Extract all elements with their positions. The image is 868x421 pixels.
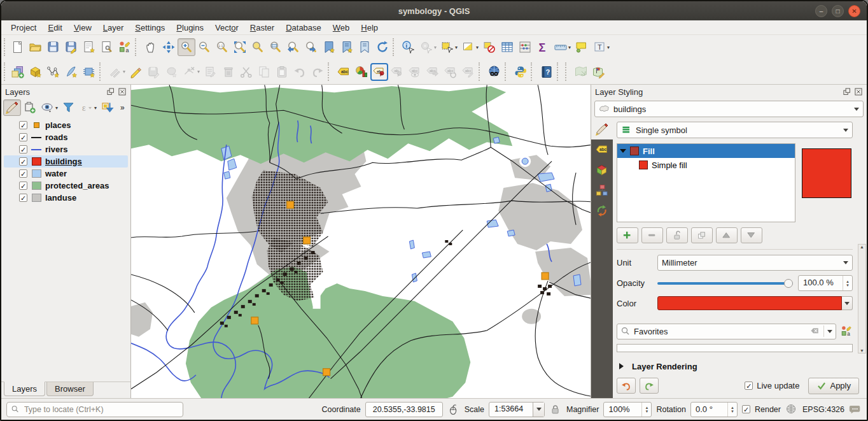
undo-button[interactable] <box>291 63 309 81</box>
extents-toggle-icon[interactable] <box>447 403 460 416</box>
duplicate-symbol-layer-button[interactable] <box>691 227 713 243</box>
dropdown-caret-icon[interactable]: ▾ <box>434 45 437 50</box>
style-manager-button[interactable]: a <box>840 325 853 338</box>
layer-item-protected_areas[interactable]: ✓protected_areas <box>4 180 128 192</box>
zoom-native-button[interactable]: 1:1 <box>213 38 231 56</box>
slider-handle[interactable] <box>784 279 793 288</box>
style-search-box[interactable]: Favorites <box>617 324 836 339</box>
styling-tab-history[interactable] <box>591 201 613 221</box>
color-swatch[interactable] <box>657 296 842 310</box>
show-hide-labels-button[interactable]: abc <box>406 63 424 81</box>
data-source-manager-button[interactable] <box>9 63 27 81</box>
maximize-button[interactable]: □ <box>832 5 844 17</box>
color-button[interactable] <box>657 296 853 310</box>
statistical-summary-button[interactable]: Σ <box>534 38 552 56</box>
dropdown-caret-icon[interactable]: ▾ <box>197 69 200 75</box>
rotate-label-button[interactable]: abc <box>442 63 459 81</box>
style-manager-button[interactable]: a <box>116 38 134 56</box>
measure-button[interactable]: ▾ <box>552 38 573 56</box>
menu-plugins[interactable]: Plugins <box>171 22 209 34</box>
layer-visibility-checkbox[interactable]: ✓ <box>19 157 27 166</box>
messages-icon[interactable] <box>849 403 862 416</box>
layer-rendering-section[interactable]: Layer Rendering <box>617 359 863 374</box>
style-list[interactable] <box>617 344 853 352</box>
save-project-button[interactable] <box>45 38 62 56</box>
text-annotation-button[interactable]: T▾ <box>591 38 612 56</box>
toggle-editing-button[interactable] <box>127 63 145 81</box>
help-contents-button[interactable]: ? <box>538 63 556 81</box>
scroll-down-icon[interactable]: ▼ <box>860 348 864 353</box>
menu-vector[interactable]: Vector <box>209 22 244 34</box>
tab-layers[interactable]: Layers <box>4 382 45 396</box>
move-label-button[interactable]: abc <box>424 63 442 81</box>
scale-dropdown[interactable] <box>533 403 544 417</box>
show-layout-manager-button[interactable] <box>98 38 116 56</box>
paste-features-button[interactable] <box>273 63 291 81</box>
spin-arrows-icon[interactable]: ▲▼ <box>843 276 852 290</box>
styled-layer-selector[interactable]: buildings <box>594 101 864 117</box>
live-update-checkbox[interactable]: ✓ <box>745 382 753 390</box>
select-features-button[interactable]: ▾ <box>438 38 459 56</box>
new-geopackage-layer-button[interactable] <box>27 63 45 81</box>
zoom-to-layer-button[interactable] <box>267 38 284 56</box>
filter-legend-button[interactable] <box>60 99 78 116</box>
identify-features-button[interactable]: i <box>400 38 417 56</box>
dropdown-caret-icon[interactable]: ▾ <box>568 45 571 50</box>
layer-item-places[interactable]: ✓places <box>4 119 128 131</box>
tab-browser[interactable]: Browser <box>46 382 94 396</box>
dropdown-caret-icon[interactable]: ▾ <box>607 45 610 50</box>
zoom-next-button[interactable] <box>302 38 320 56</box>
styling-tab-symbology[interactable] <box>591 119 613 139</box>
save-project-as-button[interactable] <box>62 38 80 56</box>
close-panel-icon[interactable] <box>118 87 127 96</box>
dropdown-caret-icon[interactable]: ▾ <box>94 105 97 111</box>
menu-settings[interactable]: Settings <box>129 22 171 34</box>
clear-icon[interactable] <box>810 326 820 336</box>
layer-labeling-button[interactable]: abc <box>335 63 353 81</box>
metasearch-button[interactable] <box>486 63 503 81</box>
layer-visibility-checkbox[interactable]: ✓ <box>19 169 27 178</box>
add-polygon-feature-button[interactable] <box>163 63 181 81</box>
symbol-tree-row-fill[interactable]: Fill <box>617 144 795 158</box>
menu-help[interactable]: Help <box>355 22 384 34</box>
layer-visibility-checkbox[interactable]: ✓ <box>19 145 27 153</box>
attribute-table-button[interactable] <box>498 38 516 56</box>
dropdown-caret-icon[interactable]: ▾ <box>123 69 125 75</box>
scrollbar[interactable]: ▲▼ <box>858 244 866 353</box>
styling-tab-view-3d[interactable] <box>591 160 613 180</box>
expander-icon[interactable] <box>620 149 626 156</box>
locator-input[interactable] <box>23 404 179 415</box>
dropdown-caret-icon[interactable]: ▾ <box>455 45 458 50</box>
coordinate-box[interactable]: 20.5355,-33.9815 <box>365 402 443 417</box>
add-group-button[interactable] <box>21 99 39 116</box>
crs-globe-icon[interactable] <box>785 403 798 416</box>
titlebar[interactable]: symbology - QGIS – □ ✕ <box>1 1 867 20</box>
pin-labels-button[interactable]: ab <box>388 63 406 81</box>
modify-attributes-button[interactable] <box>202 63 220 81</box>
unit-selector[interactable]: Millimeter <box>657 255 853 271</box>
highlight-pinned-labels-button[interactable]: ab <box>370 63 388 81</box>
bookmark-manager-button[interactable] <box>356 38 374 56</box>
opacity-slider[interactable] <box>657 279 793 288</box>
layer-item-water[interactable]: ✓water <box>4 168 128 180</box>
dropdown-caret-icon[interactable]: ▾ <box>55 105 58 111</box>
menu-layer[interactable]: Layer <box>97 22 130 34</box>
toolbar-overflow-button[interactable]: » <box>118 103 127 112</box>
menu-edit[interactable]: Edit <box>42 22 67 34</box>
new-project-button[interactable] <box>9 38 27 56</box>
layer-item-buildings[interactable]: ✓buildings <box>4 155 128 168</box>
zoom-to-selection-button[interactable] <box>249 38 267 56</box>
toolbar-grip[interactable] <box>4 62 8 81</box>
layer-item-roads[interactable]: ✓roads <box>4 131 128 143</box>
plugin-sketch-button[interactable] <box>572 63 590 81</box>
close-panel-icon[interactable] <box>854 87 863 96</box>
cut-features-button[interactable] <box>237 63 255 81</box>
minimize-button[interactable]: – <box>815 5 827 17</box>
zoom-in-button[interactable] <box>178 38 195 56</box>
menu-project[interactable]: Project <box>5 22 42 34</box>
vertex-tool-button[interactable]: ▾ <box>181 63 202 81</box>
locator-box[interactable] <box>6 402 183 417</box>
filter-expression-button[interactable]: ε▾ <box>78 99 99 116</box>
new-spatialite-layer-button[interactable] <box>62 63 80 81</box>
layer-diagrams-button[interactable] <box>353 63 370 81</box>
